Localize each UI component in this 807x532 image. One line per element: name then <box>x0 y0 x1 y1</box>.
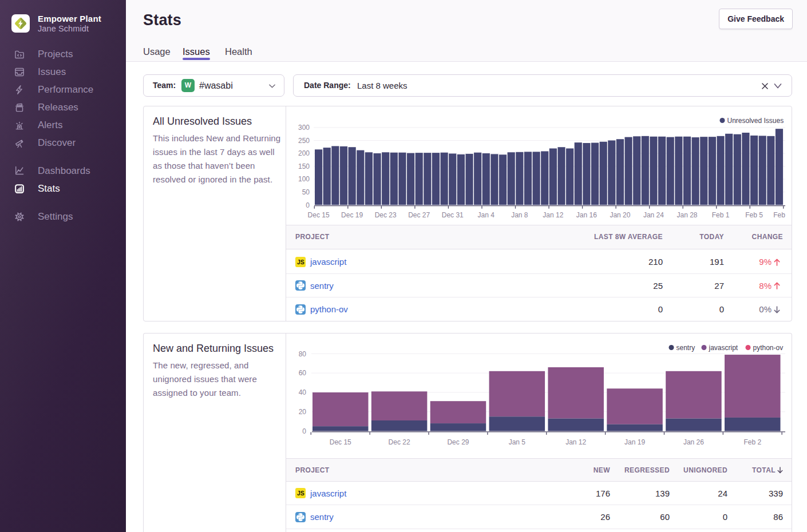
svg-text:Jan 19: Jan 19 <box>624 438 645 446</box>
svg-text:Dec 22: Dec 22 <box>389 438 410 446</box>
svg-text:Jan 16: Jan 16 <box>576 211 597 219</box>
svg-text:Feb 5: Feb 5 <box>745 211 763 219</box>
svg-text:40: 40 <box>299 388 307 396</box>
svg-text:Dec 27: Dec 27 <box>408 211 430 219</box>
svg-text:Dec 29: Dec 29 <box>447 438 469 446</box>
svg-text:Feb 2: Feb 2 <box>743 438 761 446</box>
svg-text:Jan 4: Jan 4 <box>478 211 495 219</box>
svg-text:python-ov: python-ov <box>753 344 784 352</box>
svg-text:50: 50 <box>302 188 310 196</box>
svg-text:sentry: sentry <box>677 344 695 352</box>
svg-text:JS: JS <box>297 490 304 497</box>
svg-text:Jan 26: Jan 26 <box>683 438 704 446</box>
svg-text:Dec 15: Dec 15 <box>308 211 330 219</box>
svg-text:0: 0 <box>302 427 306 435</box>
svg-text:javascript: javascript <box>709 344 738 352</box>
svg-text:80: 80 <box>299 350 307 358</box>
svg-text:Feb: Feb <box>773 211 785 219</box>
svg-text:60: 60 <box>299 369 307 377</box>
svg-text:0: 0 <box>306 201 310 209</box>
svg-text:Jan 24: Jan 24 <box>643 211 664 219</box>
svg-text:150: 150 <box>298 162 310 170</box>
svg-text:JS: JS <box>297 259 304 265</box>
svg-text:Jan 20: Jan 20 <box>610 211 630 219</box>
svg-text:100: 100 <box>298 175 310 183</box>
svg-text:Dec 19: Dec 19 <box>341 211 363 219</box>
svg-text:Jan 8: Jan 8 <box>511 211 528 219</box>
svg-text:Dec 15: Dec 15 <box>330 438 351 446</box>
svg-text:200: 200 <box>298 149 310 157</box>
svg-text:Jan 12: Jan 12 <box>543 211 563 219</box>
svg-text:300: 300 <box>298 124 310 132</box>
svg-text:Jan 5: Jan 5 <box>509 438 526 446</box>
svg-text:Dec 23: Dec 23 <box>375 211 397 219</box>
svg-text:Feb 1: Feb 1 <box>712 211 730 219</box>
svg-text:250: 250 <box>298 137 310 145</box>
svg-text:Dec 31: Dec 31 <box>442 211 464 219</box>
svg-text:Jan 12: Jan 12 <box>565 438 586 446</box>
svg-text:20: 20 <box>299 408 307 416</box>
svg-text:Jan 28: Jan 28 <box>677 211 697 219</box>
svg-text:Unresolved Issues: Unresolved Issues <box>727 117 784 125</box>
